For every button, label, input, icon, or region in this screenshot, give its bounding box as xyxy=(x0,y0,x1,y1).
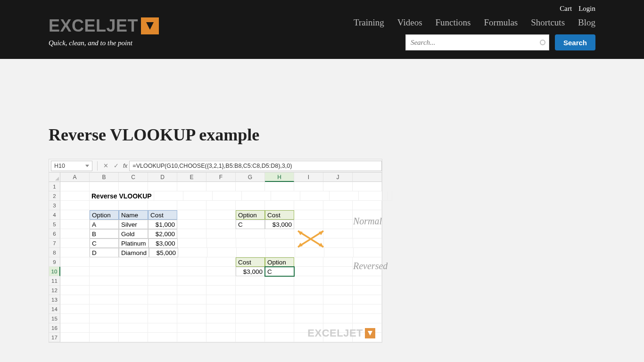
search-button[interactable]: Search xyxy=(555,34,595,50)
nav-training[interactable]: Training xyxy=(354,17,384,28)
site-header: Cart Login EXCELJET Quick, clean, and to… xyxy=(0,0,644,59)
cell-J8 xyxy=(324,248,354,257)
cancel-icon: ✕ xyxy=(100,162,111,169)
row-header-7: 7 xyxy=(49,239,60,248)
cell-C16 xyxy=(119,323,148,333)
cell-G16 xyxy=(236,323,265,333)
cell-I15 xyxy=(294,314,323,323)
cell-I3 xyxy=(294,201,323,210)
row-header-17: 17 xyxy=(49,333,60,342)
cell-F10 xyxy=(206,267,236,276)
brand-chip-icon xyxy=(141,17,159,34)
cell-B9 xyxy=(90,257,119,267)
cell-H1 xyxy=(265,182,294,191)
cell-G9: Cost xyxy=(236,257,265,267)
watermark: EXCELJET xyxy=(307,327,375,339)
cell-I2 xyxy=(330,191,359,201)
col-header-F: F xyxy=(206,173,236,182)
cell-D1 xyxy=(148,182,177,191)
cell-I5 xyxy=(294,220,323,229)
cell-A15 xyxy=(60,314,90,323)
cell-C15 xyxy=(119,314,148,323)
cell-B2: Reverse VLOOKUP xyxy=(90,191,154,201)
cell-D7: $3,000 xyxy=(149,239,178,248)
col-header-H: H xyxy=(265,173,294,182)
login-link[interactable]: Login xyxy=(578,5,595,13)
cell-J13 xyxy=(323,295,353,304)
excel-screenshot: H10 ✕ ✓ fx =VLOOKUP(G10,CHOOSE({3,2,1},B… xyxy=(49,159,382,343)
cell-A6 xyxy=(60,229,90,239)
cell-E8 xyxy=(178,248,207,257)
cell-D4: Cost xyxy=(148,210,177,220)
nav-shortcuts[interactable]: Shortcuts xyxy=(531,17,565,28)
row-header-13: 13 xyxy=(49,295,60,304)
cell-A4 xyxy=(60,210,90,220)
col-header-J: J xyxy=(323,173,353,182)
cell-I8 xyxy=(295,248,324,257)
nav-blog[interactable]: Blog xyxy=(578,17,595,28)
cell-H11 xyxy=(265,276,294,286)
cart-link[interactable]: Cart xyxy=(560,5,572,13)
cell-F14 xyxy=(206,304,236,314)
fx-icon: fx xyxy=(121,163,129,169)
cell-A10 xyxy=(60,267,90,276)
cell-E11 xyxy=(177,276,206,286)
cell-E17 xyxy=(177,333,206,342)
cell-G12 xyxy=(236,286,265,295)
cell-F15 xyxy=(206,314,236,323)
row-header-10: 10 xyxy=(49,267,60,276)
cell-I6 xyxy=(294,229,323,239)
cell-D11 xyxy=(148,276,177,286)
name-box: H10 xyxy=(51,161,92,171)
annotation-reversed: Reversed xyxy=(353,261,388,272)
cell-C10 xyxy=(119,267,148,276)
cell-F13 xyxy=(206,295,236,304)
utility-nav: Cart Login xyxy=(49,0,595,15)
watermark-text: EXCELJET xyxy=(307,327,363,339)
cell-J7 xyxy=(324,239,353,248)
cell-G13 xyxy=(236,295,265,304)
brand-logo[interactable]: EXCELJET xyxy=(49,17,159,34)
cell-J15 xyxy=(323,314,353,323)
annotation-normal: Normal xyxy=(353,216,382,227)
cell-D12 xyxy=(148,286,177,295)
cell-H15 xyxy=(265,314,294,323)
page-title: Reverse VLOOKUP example xyxy=(49,125,595,145)
search-input[interactable] xyxy=(405,34,549,50)
cell-J11 xyxy=(323,276,353,286)
cell-H17 xyxy=(265,333,294,342)
cell-G1 xyxy=(236,182,265,191)
cell-D14 xyxy=(148,304,177,314)
nav-functions[interactable]: Functions xyxy=(436,17,471,28)
cell-H10: C xyxy=(265,267,294,276)
cell-J1 xyxy=(323,182,353,191)
cell-J3 xyxy=(323,201,353,210)
cell-H3 xyxy=(265,201,294,210)
cell-F16 xyxy=(206,323,236,333)
cell-E7 xyxy=(178,239,207,248)
cell-J10 xyxy=(323,267,353,276)
cell-E9 xyxy=(177,257,206,267)
cell-A14 xyxy=(60,304,90,314)
col-header-E: E xyxy=(177,173,206,182)
nav-formulas[interactable]: Formulas xyxy=(484,17,518,28)
nav-videos[interactable]: Videos xyxy=(397,17,422,28)
cell-A9 xyxy=(60,257,90,267)
cell-E15 xyxy=(177,314,206,323)
row-header-4: 4 xyxy=(49,210,60,220)
cell-B6: B xyxy=(90,229,119,239)
cell-I13 xyxy=(294,295,323,304)
cell-E6 xyxy=(177,229,206,239)
cell-A11 xyxy=(60,276,90,286)
col-header-C: C xyxy=(119,173,148,182)
cell-E3 xyxy=(177,201,206,210)
cell-G6 xyxy=(236,229,265,239)
row-header-9: 9 xyxy=(49,257,60,267)
cell-B15 xyxy=(90,314,119,323)
search-icon xyxy=(540,40,545,45)
cell-C5: Silver xyxy=(119,220,148,229)
cell-A8 xyxy=(60,248,90,257)
cell-I10 xyxy=(294,267,323,276)
cell-H12 xyxy=(265,286,294,295)
cell-D13 xyxy=(148,295,177,304)
